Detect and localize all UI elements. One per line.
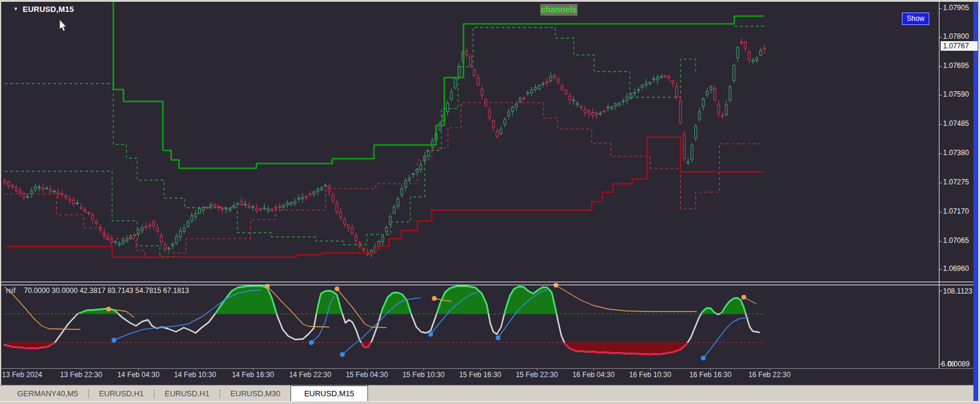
price-axis-label: 1.07065 [943,236,969,245]
window-frame-left [0,0,1,385]
price-axis-label: 1.07800 [943,32,969,41]
price-axis-tick [939,8,942,9]
time-axis-label: 13 Feb 22:30 [60,371,103,379]
time-axis-label: 16 Feb 10:30 [629,371,672,379]
time-axis-label: 14 Feb 10:30 [174,371,217,379]
time-axis-label: 14 Feb 16:30 [232,371,274,379]
oscillator-blue-dot [112,338,116,343]
oscillator-orange-line [109,309,134,317]
window-frame-top [0,0,980,2]
oscillator-orange-dot [554,283,558,288]
oscillator-orange-line [267,286,329,327]
current-price-tag: 1.07767 [941,41,978,51]
price-axis-label: 1.07485 [943,119,969,128]
oscillator-blue-line [342,298,421,354]
oscillator-oversold-fill [5,286,759,354]
channel-line-dashed-red [5,103,764,258]
indicator-header: rsif70.0000 30.0000 42.3817 83.7143 54.7… [6,286,189,295]
price-axis-tick [939,212,942,212]
pane-separator-line-1[interactable] [1,282,973,282]
oscillator-blue-line [703,317,749,358]
indicator-axis-tick [939,291,942,291]
time-axis-label: 16 Feb 16:30 [690,371,732,379]
price-axis-label: 1.07905 [943,4,969,12]
mouse-cursor-icon [59,20,67,32]
oscillator-orange-dot [106,307,111,312]
oscillator-blue-dot [340,352,345,357]
chart-tab-eurusd-m15[interactable]: EURUSD,M15 [290,386,368,402]
channels-indicator-label: channels [540,4,578,16]
oscillator-main-line [5,286,759,354]
oscillator-blue-dot [496,335,500,340]
channel-line-lower-solid-darkred [5,137,764,257]
price-axis-tick [939,124,942,125]
oscillator-blue-dot [428,332,433,337]
time-axis-label: 15 Feb 22:30 [516,371,558,379]
oscillator-orange-dot [741,295,746,300]
chart-tab-eurusd-h1[interactable]: EURUSD,H1 [154,386,220,402]
chart-tab-eurusd-m30[interactable]: EURUSD,M30 [220,386,290,402]
symbol-title: ▼EURUSD,M15 [13,5,74,14]
oscillator-blue-line [498,289,548,338]
price-axis-label: 1.07590 [943,90,969,98]
price-axis-tick [939,241,942,242]
indicator-name: rsif [6,286,16,295]
price-axis-tick [939,37,942,38]
chart-tab-eurusd-h1[interactable]: EURUSD,H1 [89,386,154,402]
indicator-axis-tick [939,364,942,365]
chart-tab-bar: GERMANY40,M5EURUSD,H1EURUSD,H1EURUSD,M30… [0,385,973,402]
indicator-max-label: 108.1123 [943,287,972,295]
show-button[interactable]: Show [902,13,929,25]
oscillator-blue-dot [309,340,314,345]
price-axis-label: 1.06960 [943,264,969,273]
time-axis-label: 15 Feb 16:30 [459,371,502,379]
symbol-title-label: EURUSD,M15 [23,5,74,14]
time-axis-label: 14 Feb 04:30 [118,371,160,379]
channel-line-upper-solid-green [113,0,764,168]
time-axis-label: 14 Feb 22:30 [289,371,332,379]
indicator-min-label-b: 0.0089 [948,360,970,368]
price-axis-separator [939,2,939,368]
time-axis-label: 15 Feb 04:30 [346,371,388,379]
price-axis-tick [939,269,942,270]
time-axis-label: 16 Feb 22:30 [749,371,791,379]
channel-line-lower-dashed-green [5,171,179,257]
oscillator-blue-dot [701,356,706,360]
price-axis-tick [939,95,942,95]
time-axis-label: 15 Feb 10:30 [403,371,445,379]
pane-separator-line-2[interactable] [1,285,973,285]
price-axis-tick [939,183,942,183]
chevron-down-icon[interactable]: ▼ [13,6,18,12]
chart-canvas[interactable] [0,0,980,404]
oscillator-orange-line [434,298,452,301]
oscillator-orange-dot [432,296,437,301]
chart-tab-germany40-m5[interactable]: GERMANY40,M5 [7,386,88,402]
price-axis-label: 1.07380 [943,149,969,157]
price-axis-label: 1.07170 [943,207,969,215]
price-axis-label: 1.07695 [943,61,969,70]
price-axis-tick [939,66,942,67]
oscillator-orange-line [556,285,697,312]
status-strip [0,401,978,404]
oscillator-orange-dot [335,286,339,291]
oscillator-orange-line [744,297,756,304]
window-accent-strip [973,2,978,401]
trading-terminal-window: ▼EURUSD,M15 channels Show 1.079051.07800… [0,0,980,404]
time-axis-label: 13 Feb 2024 [2,371,42,379]
price-axis-label: 1.07275 [943,178,969,186]
time-axis-label: 16 Feb 04:30 [573,371,615,379]
oscillator-overbought-fill [5,286,759,354]
channel-line-upper-dashed-green [5,27,695,245]
oscillator-blue-line [114,290,261,340]
oscillator-blue-line [431,292,477,334]
price-axis-tick [939,153,942,154]
oscillator-blue-line [311,297,334,343]
candlesticks [4,38,765,257]
time-axis-separator [1,368,973,369]
indicator-values: 70.0000 30.0000 42.3817 83.7143 54.7815 … [24,286,189,295]
oscillator-orange-line [337,289,387,328]
